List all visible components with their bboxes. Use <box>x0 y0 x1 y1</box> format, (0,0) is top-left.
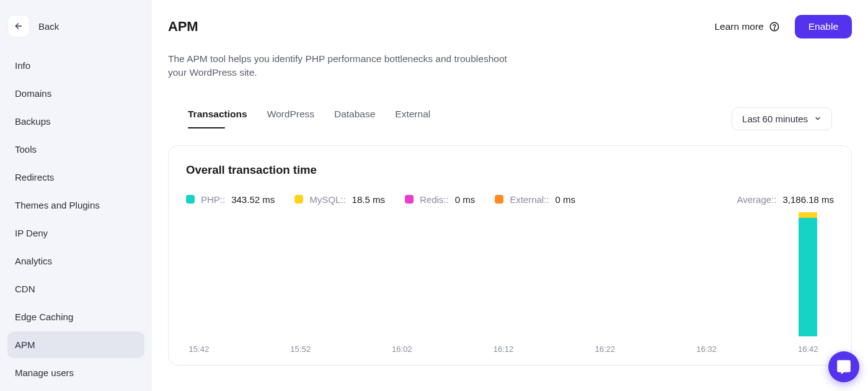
x-tick: 16:12 <box>494 344 514 354</box>
legend-swatch <box>186 195 195 204</box>
sidebar-item-redirects[interactable]: Redirects <box>7 164 144 191</box>
x-tick: 15:42 <box>189 344 210 354</box>
chat-button[interactable] <box>828 351 859 382</box>
legend-item-php: PHP::343.52 ms <box>186 194 275 205</box>
legend-label: MySQL:: <box>309 194 345 205</box>
sidebar-item-themes-and-plugins[interactable]: Themes and Plugins <box>7 192 144 218</box>
legend-item-mysql: MySQL::18.5 ms <box>294 194 385 205</box>
chart-bar-segment-mysql <box>799 212 817 218</box>
page-title: APM <box>168 19 198 35</box>
back-label: Back <box>38 21 59 32</box>
card-title: Overall transaction time <box>186 163 834 177</box>
tab-wordpress[interactable]: WordPress <box>267 109 314 128</box>
x-tick: 16:42 <box>798 344 818 354</box>
x-tick: 16:22 <box>595 344 615 354</box>
chart-bar-segment-php <box>799 218 817 336</box>
time-range-label: Last 60 minutes <box>742 114 808 124</box>
sidebar-item-apm[interactable]: APM <box>7 331 144 358</box>
sidebar: Back InfoDomainsBackupsToolsRedirectsThe… <box>0 0 152 391</box>
chart-bar[interactable] <box>799 212 817 336</box>
legend-value: 18.5 ms <box>352 194 385 205</box>
chart-plot-area <box>186 212 834 336</box>
chart-x-axis: 15:4215:5216:0216:1216:2216:3216:42 <box>186 341 834 354</box>
sidebar-item-ip-deny[interactable]: IP Deny <box>7 220 144 246</box>
sidebar-item-backups[interactable]: Backups <box>7 108 144 135</box>
learn-more-label: Learn more <box>714 21 763 32</box>
main-content: APM Learn more Enable The APM tool helps… <box>152 0 868 391</box>
back-navigation[interactable]: Back <box>7 15 144 52</box>
page-header: APM Learn more Enable <box>168 15 852 38</box>
legend-swatch <box>495 195 503 204</box>
sidebar-nav: InfoDomainsBackupsToolsRedirectsThemes a… <box>7 52 144 386</box>
sidebar-item-analytics[interactable]: Analytics <box>7 248 144 274</box>
chevron-down-icon <box>814 115 822 122</box>
chart: 15:4215:5216:0216:1216:2216:3216:42 <box>186 212 834 354</box>
legend-average-label: Average:: <box>737 194 777 205</box>
legend-swatch <box>294 195 303 204</box>
chart-legend: PHP::343.52 msMySQL::18.5 msRedis::0 msE… <box>186 194 834 205</box>
sidebar-item-cdn[interactable]: CDN <box>7 276 144 302</box>
legend-item-external: External::0 ms <box>495 194 575 205</box>
x-tick: 16:02 <box>392 344 412 354</box>
header-actions: Learn more Enable <box>714 15 852 38</box>
sidebar-item-manage-users[interactable]: Manage users <box>7 359 144 386</box>
tab-transactions[interactable]: Transactions <box>188 109 247 128</box>
legend-value: 0 ms <box>556 194 576 205</box>
x-tick: 15:52 <box>290 344 311 354</box>
legend-value: 0 ms <box>455 194 476 205</box>
transaction-time-card: Overall transaction time PHP::343.52 msM… <box>168 145 852 366</box>
page-description: The APM tool helps you identify PHP perf… <box>168 52 528 80</box>
svg-point-2 <box>774 29 774 29</box>
x-tick: 16:32 <box>696 344 717 354</box>
enable-button[interactable]: Enable <box>795 15 852 38</box>
back-button[interactable] <box>7 15 30 37</box>
tabs: TransactionsWordPressDatabaseExternal <box>188 109 430 128</box>
legend-item-redis: Redis::0 ms <box>405 194 475 205</box>
sidebar-item-tools[interactable]: Tools <box>7 136 144 163</box>
arrow-left-icon <box>14 21 24 31</box>
learn-more-link[interactable]: Learn more <box>714 21 779 32</box>
chat-icon <box>836 359 852 375</box>
legend-average: Average::3,186.18 ms <box>737 194 835 205</box>
legend-average-value: 3,186.18 ms <box>782 194 834 205</box>
sidebar-item-domains[interactable]: Domains <box>7 80 144 107</box>
sidebar-item-edge-caching[interactable]: Edge Caching <box>7 303 144 330</box>
help-circle-icon <box>769 21 780 32</box>
sidebar-item-info[interactable]: Info <box>7 52 144 79</box>
legend-value: 343.52 ms <box>231 194 275 205</box>
tab-database[interactable]: Database <box>334 109 375 128</box>
legend-swatch <box>405 195 414 204</box>
legend-label: External:: <box>510 194 549 205</box>
legend-label: Redis:: <box>420 194 449 205</box>
time-range-select[interactable]: Last 60 minutes <box>732 107 832 130</box>
tabs-row: TransactionsWordPressDatabaseExternal La… <box>168 107 852 130</box>
legend-label: PHP:: <box>201 194 225 205</box>
tab-external[interactable]: External <box>395 109 430 128</box>
